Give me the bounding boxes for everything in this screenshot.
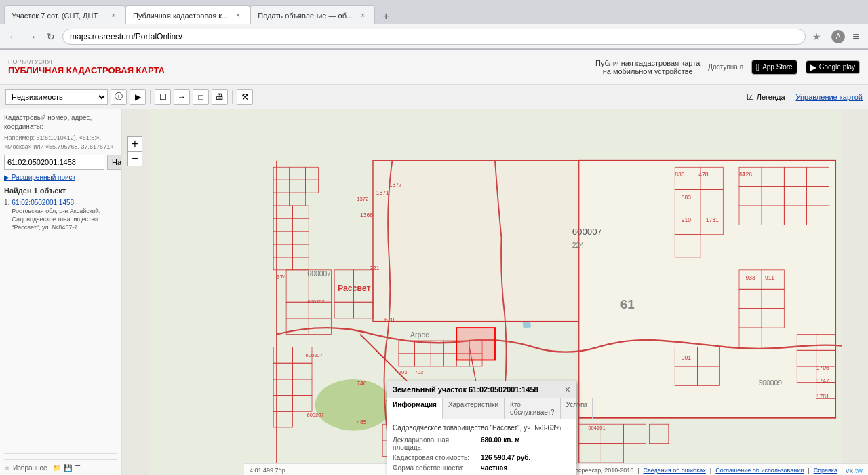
popup-tab-services[interactable]: Кто обслуживает? xyxy=(505,398,561,419)
svg-text:883: 883 xyxy=(682,194,691,201)
app-header: ПОРТАЛ УСЛУГ ПУБЛИЧНАЯ КАДАСТРОВАЯ КАРТА… xyxy=(0,50,868,85)
svg-text:901: 901 xyxy=(682,354,691,361)
browser-tab-1[interactable]: Участок 7 сот. (СНТ, ДНТ... × xyxy=(4,5,125,24)
zoom-in-button[interactable]: + xyxy=(127,136,142,151)
toolbar-btn-2[interactable]: ▶ xyxy=(130,89,146,105)
portal-label: ПОРТАЛ УСЛУГ xyxy=(8,58,165,65)
svg-text:670: 670 xyxy=(384,316,394,323)
svg-text:910: 910 xyxy=(682,216,691,223)
tab-2-close[interactable]: × xyxy=(233,11,243,20)
svg-text:1706: 1706 xyxy=(816,364,829,371)
browser-tab-2[interactable]: Публичная кадастровая к... × xyxy=(125,5,250,24)
toolbar-btn-tools[interactable]: ⚒ xyxy=(237,89,253,105)
back-button[interactable]: ← xyxy=(5,29,20,44)
svg-text:62: 62 xyxy=(739,171,746,178)
map-area[interactable]: 600007 224 61 Рассвет 600007 Агрос 60000… xyxy=(122,109,868,475)
vk-icon[interactable]: vk xyxy=(846,466,853,474)
sep2: | xyxy=(710,467,711,474)
legend-checkbox[interactable]: ☑ xyxy=(747,92,754,102)
sidebar-footer: ☆ Избранное 📁 💾 ☰ xyxy=(4,453,117,472)
legend-label: Легенда xyxy=(757,93,785,101)
toolbar-btn-1[interactable]: ⓘ xyxy=(111,89,127,105)
toolbar-sep-1 xyxy=(150,90,151,104)
svg-text:600202: 600202 xyxy=(307,299,324,305)
svg-text:1781: 1781 xyxy=(816,393,829,400)
popup-tab-uslugi[interactable]: Услуги xyxy=(561,398,593,419)
search-input[interactable] xyxy=(4,155,104,170)
popup-row-ownership: Форма собственности: частная xyxy=(393,464,570,472)
toolbar-btn-measure-dist[interactable]: ↔ xyxy=(174,89,190,105)
folder-icon[interactable]: 📁 xyxy=(53,464,61,472)
forward-button[interactable]: → xyxy=(24,29,39,44)
twitter-icon[interactable]: tw xyxy=(855,466,863,474)
search-examples: Например: 61:6:1010412), «61:6:», «Москв… xyxy=(4,134,117,151)
toolbar-btn-print[interactable]: 🖶 xyxy=(212,89,228,105)
svg-text:674: 674 xyxy=(277,273,286,280)
popup-ownership-label: Форма собственности: xyxy=(393,464,481,472)
address-bar[interactable] xyxy=(62,28,806,45)
toolbar-btn-zoom-area[interactable]: ☐ xyxy=(155,89,171,105)
svg-text:933: 933 xyxy=(745,274,755,281)
popup-close-button[interactable]: × xyxy=(565,384,570,395)
sep3: | xyxy=(808,467,809,474)
search-row: Найти xyxy=(4,155,117,170)
sep1: | xyxy=(637,467,639,474)
browser-tab-3[interactable]: Подать объявление — об... × xyxy=(250,5,375,24)
social-icons: vk tw xyxy=(846,466,863,474)
star-icon: ☆ xyxy=(4,464,10,472)
svg-text:Рассвет: Рассвет xyxy=(338,284,371,293)
svg-text:Агрос: Агрос xyxy=(410,331,429,339)
browser-chrome: Участок 7 сот. (СНТ, ДНТ... × Публичная … xyxy=(0,0,868,50)
help-link[interactable]: Справка xyxy=(814,467,837,474)
apple-icon:  xyxy=(756,62,760,73)
appstore-badge[interactable]:  App Store xyxy=(751,60,797,75)
popup-desc: Садоводческое товарищество "Рассвет", уч… xyxy=(393,423,570,432)
zoom-out-button[interactable]: − xyxy=(127,151,142,166)
tab-1-close[interactable]: × xyxy=(108,11,118,20)
popup-row-area: Декларированная площадь: 680.00 кв. м xyxy=(393,436,570,451)
legend-toggle[interactable]: ☑ Легенда Управление картой xyxy=(747,92,863,102)
result-item-1: 1. 61:02:0502001:1458 Ростовская обл, р-… xyxy=(4,199,117,231)
popup-row-cost: Кадастровая стоимость: 126 590.47 руб. xyxy=(393,454,570,461)
popup-title: Земельный участок 61:02:0502001:1458 xyxy=(393,385,538,394)
tab-3-close[interactable]: × xyxy=(358,11,368,20)
svg-text:600007: 600007 xyxy=(572,227,602,237)
manage-map-label[interactable]: Управление картой xyxy=(796,93,863,101)
svg-text:1372: 1372 xyxy=(357,196,368,202)
reload-button[interactable]: ↻ xyxy=(43,29,58,44)
popup-area-label: Декларированная площадь: xyxy=(393,436,481,451)
favorites-section: ☆ Избранное 📁 💾 ☰ xyxy=(4,459,117,472)
favorites-label: Избранное xyxy=(13,464,47,472)
popup-cost-label: Кадастровая стоимость: xyxy=(393,454,481,461)
googleplay-badge[interactable]: ▶ Google play xyxy=(806,60,860,74)
svg-rect-109 xyxy=(456,328,495,360)
bookmark-star[interactable]: ★ xyxy=(810,30,823,43)
popup-tab-info[interactable]: Информация xyxy=(387,398,443,419)
googleplay-label: Google play xyxy=(819,63,855,71)
tab-bar: Участок 7 сот. (СНТ, ДНТ... × Публичная … xyxy=(0,0,868,24)
agreement-link[interactable]: Соглашение об использовании xyxy=(715,467,804,474)
svg-text:1368: 1368 xyxy=(360,212,373,218)
export-icon[interactable]: 💾 xyxy=(64,464,72,472)
portal-title[interactable]: ПУБЛИЧНАЯ КАДАСТРОВАЯ КАРТА xyxy=(8,65,165,75)
advanced-search-link[interactable]: ▶ Расширенный поиск xyxy=(4,174,117,181)
errors-link[interactable]: Сведения об ошибках xyxy=(644,467,706,474)
new-tab-button[interactable]: + xyxy=(378,8,394,24)
svg-text:600009: 600009 xyxy=(758,379,782,387)
toolbar: Недвижимость Территориальные зоны Границ… xyxy=(0,85,868,109)
menu-button[interactable]: ≡ xyxy=(849,30,863,43)
toolbar-btn-measure-area[interactable]: □ xyxy=(193,89,209,105)
popup-tab-chars[interactable]: Характеристики xyxy=(443,398,505,419)
result-link[interactable]: 61:02:0502001:1458 xyxy=(12,199,117,206)
import-icon[interactable]: ☰ xyxy=(75,464,81,472)
tab-2-label: Публичная кадастровая к... xyxy=(133,12,228,20)
svg-text:600207: 600207 xyxy=(306,352,323,358)
dostupno-label: Доступна в xyxy=(708,63,743,71)
search-button[interactable]: Найти xyxy=(107,155,122,170)
svg-text:703: 703 xyxy=(399,369,408,375)
layer-select[interactable]: Недвижимость Территориальные зоны Границ… xyxy=(5,89,108,105)
svg-text:746: 746 xyxy=(357,380,366,387)
user-avatar[interactable]: A xyxy=(831,30,845,43)
tab-1-label: Участок 7 сот. (СНТ, ДНТ... xyxy=(12,12,103,20)
svg-text:224: 224 xyxy=(572,242,585,249)
